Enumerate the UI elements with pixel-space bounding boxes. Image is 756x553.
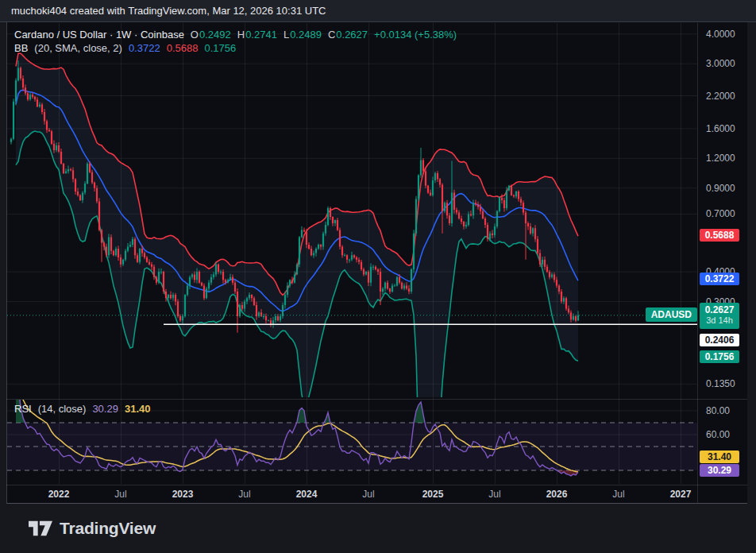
tradingview-logo-text: TradingView — [60, 519, 156, 538]
rsi-params: (14, close) — [38, 403, 87, 415]
price-tick-label: 1.2000 — [706, 153, 735, 164]
ohlc-high: H0.2741 — [237, 29, 277, 41]
rsi-badge: 30.29 — [700, 464, 739, 477]
ohlc-open: O0.2492 — [191, 29, 231, 41]
price-tick-label: 1.6000 — [706, 123, 735, 134]
bb-lower-value: 0.1756 — [204, 42, 236, 54]
price-tick-label: 0.1350 — [706, 378, 735, 389]
rsi-value: 30.29 — [92, 403, 118, 415]
price-tick-label: 0.9000 — [706, 183, 735, 194]
bb-params: (20, SMA, close, 2) — [34, 42, 122, 54]
time-tick-label: Jul — [477, 489, 512, 500]
price-badge: 0.2406 — [700, 334, 739, 346]
bar-countdown: 3d 14h — [700, 315, 739, 325]
time-tick-label: Jul — [351, 489, 386, 500]
time-tick-label: 2026 — [539, 489, 574, 500]
time-tick-label: 2024 — [289, 489, 324, 500]
time-tick-label: 2022 — [41, 489, 76, 500]
rsi-name: RSI — [14, 403, 32, 415]
price-badge: 0.5688 — [700, 229, 739, 242]
rsi-tick-label: 80.00 — [706, 405, 730, 416]
tradingview-logo[interactable]: TradingView — [29, 519, 156, 538]
rsi-legend[interactable]: RSI (14, close) 30.29 31.40 — [14, 403, 150, 415]
price-tick-label: 3.0000 — [706, 58, 735, 69]
ohlc-low: L0.2489 — [284, 29, 322, 41]
rsi-tick-label: 60.00 — [706, 429, 730, 440]
time-tick-label: Jul — [227, 489, 262, 500]
footer-bar: TradingView — [0, 504, 756, 553]
price-tick-label: 0.7000 — [706, 208, 735, 219]
current-price-value: 0.2627 — [705, 304, 735, 315]
chart-canvas[interactable] — [0, 0, 756, 504]
time-tick-label: Jul — [103, 489, 138, 500]
ohlc-close: C0.2627 — [328, 29, 368, 41]
bb-basis-value: 0.3722 — [129, 42, 160, 54]
price-badge: 0.1756 — [700, 350, 739, 363]
time-tick-label: 2027 — [663, 489, 698, 500]
bb-legend[interactable]: BB (20, SMA, close, 2) 0.3722 0.5688 0.1… — [14, 42, 236, 54]
price-tick-label: 2.2000 — [706, 91, 735, 102]
rsi-ma-value: 31.40 — [125, 403, 151, 415]
symbol-price-tag: ADAUSD — [646, 307, 697, 322]
price-badge: 0.3722 — [700, 273, 739, 285]
tradingview-chart-screenshot: muchoki404 created with TradingView.com,… — [0, 0, 756, 553]
bb-upper-value: 0.5688 — [167, 42, 199, 54]
rsi-badge: 31.40 — [700, 451, 739, 463]
time-tick-label: 2023 — [165, 489, 200, 500]
time-tick-label: 2025 — [415, 489, 450, 500]
symbol-legend[interactable]: Cardano / US Dollar · 1W · Coinbase O0.2… — [14, 29, 457, 41]
tradingview-logo-icon — [29, 519, 52, 538]
rsi-pane — [7, 387, 697, 476]
current-price-badge: 0.26273d 14h — [700, 303, 739, 329]
change-value: +0.0134 (+5.38%) — [374, 29, 457, 41]
bb-name: BB — [14, 42, 28, 54]
time-tick-label: Jul — [601, 489, 636, 500]
price-tick-label: 4.0000 — [706, 29, 735, 40]
symbol-title: Cardano / US Dollar · 1W · Coinbase — [14, 29, 184, 41]
